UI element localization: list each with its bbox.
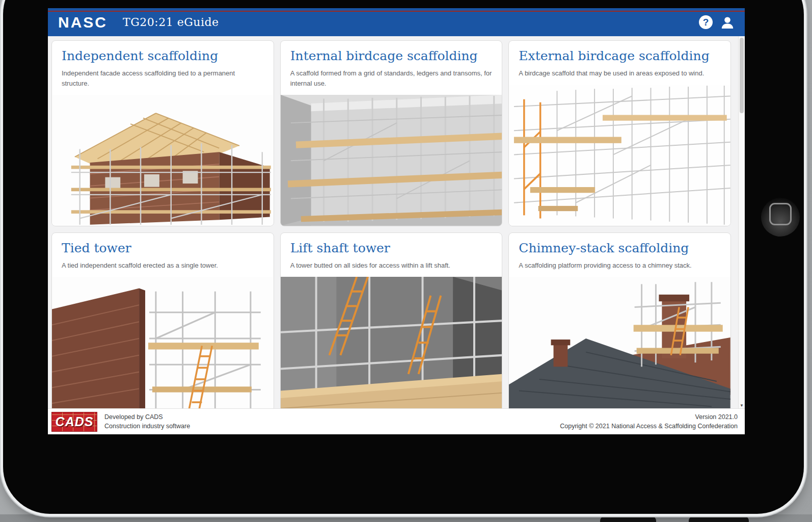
screen: NASC TG20:21 eGuide ? Independent scaffo… [48,8,745,434]
card-description: A tied independent scaffold erected as a… [62,260,264,271]
card-grid: Independent scaffolding Independent faca… [48,36,745,408]
card-chimney-stack-scaffolding[interactable]: Chimney-stack scaffolding A scaffolding … [508,232,731,408]
card-title: Lift shaft tower [290,241,493,255]
app-footer: CADS Developed by CADS Construction indu… [48,408,745,434]
user-icon[interactable] [720,15,735,30]
card-external-birdcage-scaffolding[interactable]: External birdcage scaffolding A birdcage… [508,40,731,226]
help-icon[interactable]: ? [699,15,713,29]
developed-by-text: Developed by CADS [104,412,190,422]
tablet-frame: NASC TG20:21 eGuide ? Independent scaffo… [3,0,804,514]
nasc-logo: NASC [58,14,107,31]
home-button[interactable] [761,198,800,237]
card-independent-scaffolding[interactable]: Independent scaffolding Independent faca… [51,40,274,226]
card-title: Chimney-stack scaffolding [519,241,721,255]
card-image-internal-birdcage-scaffolding [281,95,502,226]
copyright-text: Copyright © 2021 National Access & Scaff… [560,422,738,431]
card-description: A scaffold formed from a grid of standar… [290,68,493,89]
card-description: Independent facade access scaffolding ti… [62,68,264,89]
card-image-tied-tower [52,277,274,408]
card-image-external-birdcage-scaffolding [509,85,730,226]
card-image-chimney-stack-scaffolding [509,277,730,408]
cads-logo: CADS [51,412,97,432]
scroll-down-arrow-icon[interactable]: ▼ [739,403,745,408]
photo-background: NASC TG20:21 eGuide ? Independent scaffo… [0,0,812,522]
vertical-scrollbar[interactable]: ▼ [738,36,745,408]
header-accent-line [48,11,745,12]
card-title: External birdcage scaffolding [519,48,721,63]
page-title: TG20:21 eGuide [123,16,219,29]
tagline-text: Construction industry software [104,422,190,431]
card-description: A scaffolding platform providing access … [519,260,721,271]
card-tied-tower[interactable]: Tied tower A tied independent scaffold e… [51,232,274,408]
card-description: A birdcage scaffold that may be used in … [519,68,721,79]
card-image-independent-scaffolding [52,95,274,226]
background-object-left [600,516,656,522]
background-object-right [689,516,749,522]
card-title: Internal birdcage scaffolding [290,48,493,63]
scrollbar-thumb[interactable] [740,38,744,113]
card-description: A tower butted on all sides for access w… [290,260,493,271]
app-header: NASC TG20:21 eGuide ? [48,8,745,36]
card-lift-shaft-tower[interactable]: Lift shaft tower A tower butted on all s… [280,232,503,408]
card-image-lift-shaft-tower [281,277,502,408]
card-internal-birdcage-scaffolding[interactable]: Internal birdcage scaffolding A scaffold… [280,40,503,226]
home-button-square-icon [769,203,792,225]
version-text: Version 2021.0 [560,412,738,422]
card-title: Independent scaffolding [62,48,264,63]
card-title: Tied tower [62,241,264,255]
cads-logo-text: CADS [56,414,94,429]
